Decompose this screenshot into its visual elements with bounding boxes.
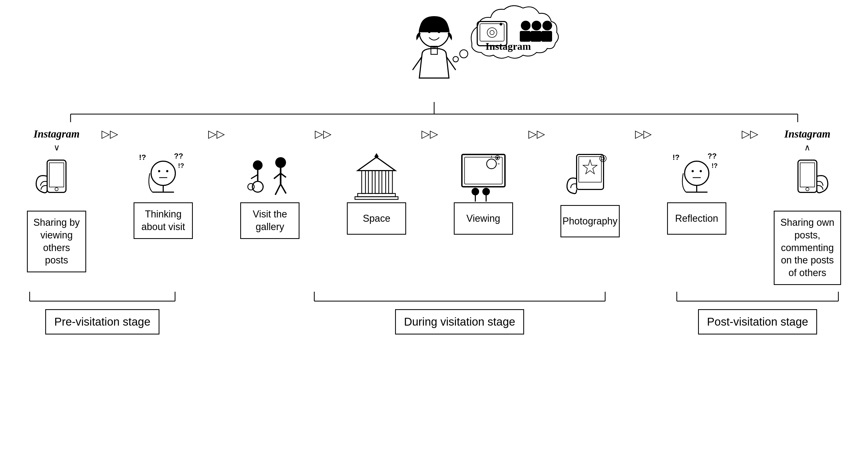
flow-row: Instagram ∨ Sharing by viewing others po… [16,128,852,285]
svg-point-2 [438,30,440,33]
svg-rect-57 [465,157,502,184]
svg-rect-55 [355,197,398,199]
chevron-down-left: ∨ [54,142,60,153]
flow-item-visit: Visit the gallery [240,152,300,239]
label-sharing-viewing: Sharing by viewing others posts [27,211,86,272]
svg-point-77 [691,170,694,172]
svg-point-84 [806,188,809,191]
stages-container: Pre-visitation stage During visitation s… [16,288,852,334]
arrow-4: ▷▷ [422,128,438,140]
during-visitation-stage: During visitation stage [312,290,608,334]
svg-text:Instagram: Instagram [485,41,531,52]
chevron-up-right: ∧ [804,142,810,153]
svg-point-40 [248,184,254,190]
flow-item-photography: Photography [560,152,620,237]
artwork-icon [457,152,510,200]
label-viewing: Viewing [454,202,513,235]
top-bracket-line [43,101,825,122]
phone-hand-icon [32,155,81,208]
svg-rect-49 [362,171,366,194]
arrow-7: ▷▷ [742,128,758,140]
svg-point-64 [471,188,479,195]
svg-rect-18 [541,31,552,42]
svg-line-38 [251,175,258,179]
flow-item-sharing-own: Instagram ∧ Sharing own posts, commentin… [774,128,841,285]
svg-point-15 [542,21,552,30]
svg-point-32 [166,170,168,172]
phone-hand-right-icon [783,155,832,208]
svg-rect-52 [382,171,386,194]
svg-point-78 [700,170,702,172]
person-instagram-group: Instagram [407,11,461,87]
svg-marker-70 [583,160,597,174]
stage-label-post: Post-visitation stage [698,309,817,334]
svg-point-31 [158,170,160,172]
stage-label-during: During visitation stage [395,309,524,334]
diagram-container: Instagram Instagram ∨ [0,0,868,458]
walking-person-icon [243,152,297,200]
svg-point-58 [487,159,496,169]
stage-label-pre: Pre-visitation stage [45,309,159,334]
pre-visitation-stage: Pre-visitation stage [27,290,178,334]
building-icon [349,152,403,200]
arrow-1: ▷▷ [101,128,118,140]
thinking-person-icon: !? ?? !? [136,152,190,200]
svg-point-76 [685,161,709,186]
flow-item-viewing: Viewing [454,152,513,235]
svg-rect-17 [531,31,541,42]
svg-rect-50 [368,171,372,194]
svg-rect-53 [389,171,393,194]
reflection-person-icon: !? ?? !? [670,152,724,200]
svg-line-46 [281,184,286,194]
svg-rect-51 [375,171,379,194]
svg-point-13 [521,21,531,30]
flow-item-space: Space [347,152,406,235]
flow-item-thinking: !? ?? !? Thinking about visit [133,152,193,239]
label-visit: Visit the gallery [240,202,300,239]
pre-visitation-bracket [27,290,178,309]
post-visitation-stage: Post-visitation stage [674,290,841,334]
svg-point-6 [453,57,458,62]
flow-item-sharing-viewing: Instagram ∨ Sharing by viewing others po… [27,128,86,272]
svg-point-63 [496,157,498,159]
svg-rect-54 [358,194,395,197]
during-visitation-bracket [312,290,608,309]
svg-rect-25 [49,163,64,187]
svg-point-14 [532,21,541,30]
svg-point-41 [275,157,286,168]
label-sharing-own: Sharing own posts, commenting on the pos… [774,211,841,285]
svg-text:??: ?? [174,152,183,160]
svg-marker-47 [358,157,395,171]
instagram-label-right: Instagram [784,128,830,140]
svg-point-66 [482,188,490,195]
instagram-label-left: Instagram [33,128,80,140]
svg-text:!?: !? [712,162,718,169]
svg-point-26 [55,188,58,191]
arrow-2: ▷▷ [208,128,225,140]
svg-text:??: ?? [708,152,717,160]
svg-point-36 [253,160,262,170]
arrow-5: ▷▷ [528,128,545,140]
label-thinking: Thinking about visit [133,202,193,239]
flow-item-reflection: !? ?? !? Reflection [667,152,726,235]
label-space: Space [347,202,406,235]
top-section: Instagram [16,11,852,87]
svg-point-7 [460,50,468,58]
svg-line-43 [274,173,281,179]
svg-point-30 [151,161,175,186]
top-bracket-container [16,101,852,122]
svg-text:!?: !? [178,162,184,169]
label-reflection: Reflection [667,202,726,235]
camera-phone-icon [563,152,617,203]
arrow-6: ▷▷ [635,128,652,140]
arrow-3: ▷▷ [315,128,332,140]
label-photography: Photography [560,205,620,237]
post-visitation-bracket [674,290,841,309]
svg-text:!?: !? [139,153,146,161]
svg-point-12 [500,23,502,26]
svg-line-45 [275,184,281,195]
svg-rect-83 [800,163,815,187]
svg-rect-16 [520,31,531,42]
svg-point-1 [428,30,431,33]
thought-bubble: Instagram [447,0,569,70]
